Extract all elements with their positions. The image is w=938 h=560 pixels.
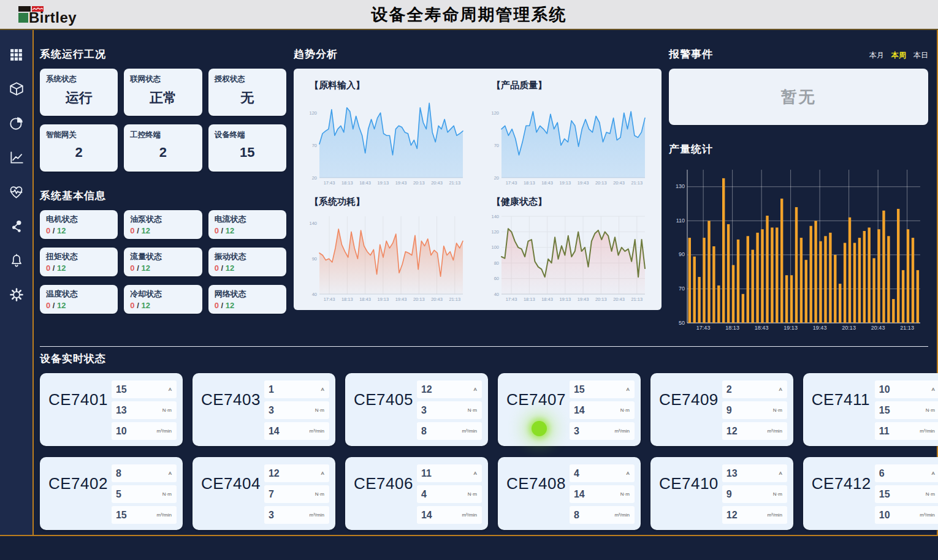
metric-value: 3 [269,510,274,521]
svg-text:110: 110 [676,218,685,224]
status-card-label: 联网状态 [130,74,196,85]
trend-column: 趋势分析 【原料输入】 207012017:4318:1318:4319:131… [294,30,662,338]
equipment-card[interactable]: CE7411 10A 15N·m 11m³/min [803,373,938,446]
equipment-card[interactable]: CE7405 12A 3N·m 8m³/min [345,373,488,446]
product-quality-chart-title: 【产品质量】 [492,80,653,91]
tab-current-month[interactable]: 本月 [869,50,884,61]
equipment-card[interactable]: CE7402 8A 5N·m 15m³/min [40,457,183,530]
svg-text:120: 120 [491,229,499,235]
sidebar-item-statistics[interactable] [0,106,32,140]
metric-unit: A [931,471,934,476]
equipment-metric-current: 15A [570,380,635,398]
line-chart-icon [9,149,25,165]
equipment-card[interactable]: CE7404 12A 7N·m 3m³/min [193,457,335,530]
sidebar-item-apps[interactable] [0,37,32,72]
section-title-system-run: 系统运行工况 [40,47,286,61]
sidebar-item-trends[interactable] [0,140,32,175]
metric-value: 14 [269,426,280,437]
running-indicator [532,421,547,436]
brand-name: Birtley [29,13,77,23]
svg-text:19:13: 19:13 [559,297,571,302]
svg-text:18:13: 18:13 [725,325,739,331]
equipment-card[interactable]: CE7412 6A 15N·m 10m³/min [803,457,938,530]
system-status-column: 系统运行工况 系统状态 运行 联网状态 正常 授权状态 无 智能网关 2 工控终… [40,30,286,338]
sidebar-item-alerts[interactable] [0,243,32,278]
alarm-period-tabs: 本月 本周 本日 [869,50,928,61]
metric-status-card: 油泵状态 0 / 12 [124,210,202,239]
logo-red-block [32,6,44,12]
metric-value: 3 [421,405,427,416]
equipment-metric-torque: 13N·m [112,401,177,419]
sidebar-item-settings[interactable] [0,278,32,312]
equipment-metric-torque: 3N·m [264,401,329,419]
sidebar-item-assets[interactable] [0,72,32,106]
equipment-metric-current: 12A [264,464,329,482]
metric-value: 9 [726,405,732,416]
equipment-metrics: 15A 13N·m 10m³/min [112,380,177,446]
equipment-metric-flow: 11m³/min [875,422,938,440]
metric-unit: m³/min [157,512,172,518]
metric-count-separator: / [219,301,226,310]
equipment-metrics: 6A 15N·m 10m³/min [875,464,938,530]
metric-total-count: 12 [141,301,150,310]
equipment-name: CE7410 [659,474,719,530]
metric-unit: m³/min [614,428,629,434]
metric-unit: N·m [773,491,782,497]
svg-text:19:43: 19:43 [813,325,827,331]
equipment-name: CE7401 [48,390,108,446]
metric-alarm-count: 0 [215,301,219,310]
metric-status-card: 网络状态 0 / 12 [208,285,286,314]
bell-icon [9,252,25,268]
equipment-metric-current: 10A [875,380,938,398]
metric-value: 14 [574,405,585,416]
equipment-metrics: 12A 7N·m 3m³/min [264,464,329,530]
production-bar-chart: 50709011013017:4318:1318:4319:1319:4320:… [669,164,928,334]
metric-value: 14 [421,510,432,521]
equipment-metric-torque: 15N·m [875,401,938,419]
metric-value: 15 [574,384,585,395]
power-usage-chart: 409014017:4318:1318:4319:1319:4320:1320:… [302,210,471,305]
equipment-metric-flow: 3m³/min [264,506,329,524]
equipment-metrics: 12A 3N·m 8m³/min [417,380,482,446]
equipment-metric-current: 4A [570,464,635,482]
metric-unit: m³/min [767,512,782,518]
equipment-name: CE7404 [201,474,261,530]
equipment-metric-flow: 10m³/min [875,506,938,524]
metric-value: 11 [421,468,432,479]
svg-text:40: 40 [494,292,499,297]
metric-value: 6 [879,468,885,479]
health-status-chart-cell: 【健康状态】 40608010012014017:4318:1318:4319:… [484,191,653,305]
metric-value: 15 [879,405,890,416]
equipment-card[interactable]: CE7410 13A 9N·m 12m³/min [650,457,793,530]
raw-input-chart-title: 【原料输入】 [310,80,471,91]
tab-current-week[interactable]: 本周 [891,50,906,61]
equipment-metric-current: 6A [875,464,938,482]
metric-value: 10 [879,510,890,521]
app-body: 系统运行工况 系统状态 运行 联网状态 正常 授权状态 无 智能网关 2 工控终… [0,30,938,536]
equipment-metric-current: 1A [264,380,329,398]
sidebar-item-health[interactable] [0,175,32,209]
svg-text:19:13: 19:13 [377,297,389,302]
equipment-card[interactable]: CE7407 15A 14N·m 3m³/min [498,373,641,446]
status-card-value: 无 [215,89,280,107]
svg-text:20: 20 [312,175,317,181]
metric-status-counts: 0 / 12 [130,301,196,310]
equipment-card[interactable]: CE7408 4A 14N·m 8m³/min [498,457,641,530]
metric-count-separator: / [135,263,142,273]
metric-unit: m³/min [920,428,934,434]
power-usage-chart-cell: 【系统功耗】 409014017:4318:1318:4319:1319:432… [302,191,471,305]
metric-unit: N·m [468,491,477,497]
equipment-card[interactable]: CE7401 15A 13N·m 10m³/min [40,373,183,446]
svg-text:20:43: 20:43 [613,297,625,302]
sidebar-item-network[interactable] [0,209,32,243]
equipment-card[interactable]: CE7403 1A 3N·m 14m³/min [193,373,335,446]
system-info-grid: 电机状态 0 / 12 油泵状态 0 / 12 电流状态 0 / 12 扭矩状态… [40,210,286,314]
tab-current-day[interactable]: 本日 [913,50,928,61]
section-title-trend: 趋势分析 [294,47,662,61]
product-quality-chart: 207012017:4318:1318:4319:1319:4320:1320:… [484,94,653,189]
equipment-card[interactable]: CE7409 2A 9N·m 12m³/min [650,373,793,446]
equipment-metric-flow: 14m³/min [264,422,329,440]
svg-text:17:43: 17:43 [506,180,517,186]
metric-alarm-count: 0 [215,263,219,273]
equipment-card[interactable]: CE7406 11A 4N·m 14m³/min [345,457,488,530]
